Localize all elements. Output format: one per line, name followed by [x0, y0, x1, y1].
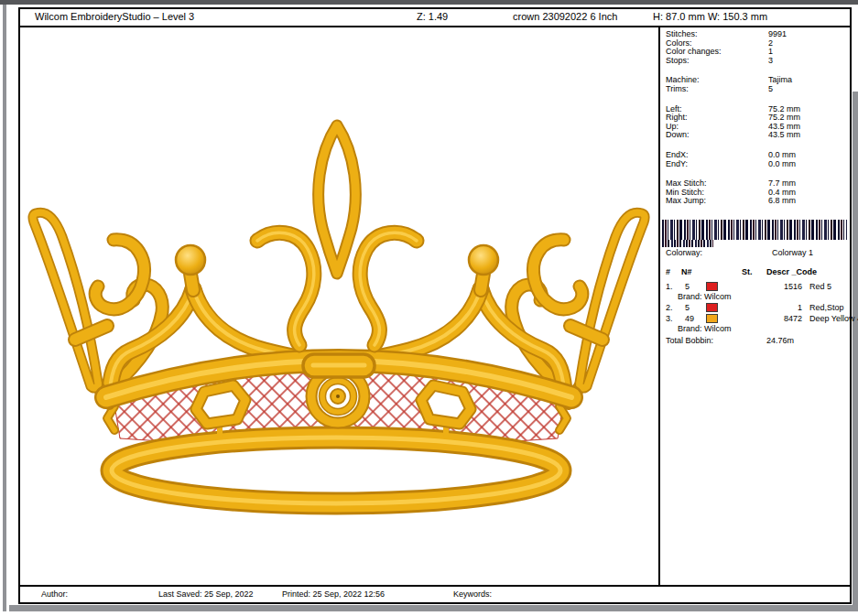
stat-row: Trims:5: [666, 85, 848, 94]
zoom-level: Z: 1.49: [417, 11, 448, 22]
thread-row: 1. 5 1516 Red 5: [660, 282, 850, 292]
colorway-row: Colorway: Colorway 1: [666, 248, 848, 257]
design-info-panel: Stitches:9991 Colors:2 Color changes:1 S…: [658, 27, 850, 587]
design-name: crown 23092022 6 Inch: [513, 11, 617, 22]
stat-row: EndY:0.0 mm: [666, 160, 848, 169]
page-shadow-bottom: [9, 605, 858, 611]
stat-row: Color changes:1: [666, 48, 848, 57]
color-swatch: [706, 314, 718, 323]
stat-row: Left:75.2 mm: [666, 105, 848, 114]
left-orb: [176, 245, 205, 275]
thread-table-header: # N# St. Descr _Code: [660, 267, 850, 277]
design-canvas: [20, 27, 658, 587]
thread-row: 3. 49 8472 Deep Yellow 49: [660, 314, 850, 324]
thread-brand: Brand: Wilcom: [678, 324, 732, 333]
author-label: Author:: [41, 589, 68, 599]
color-swatch: [706, 303, 718, 312]
app-title: Wilcom EmbroideryStudio – Level 3: [35, 11, 194, 22]
window-left-edge: [3, 5, 6, 611]
stat-row: Stops:3: [666, 57, 848, 66]
keywords-label: Keywords:: [453, 589, 492, 599]
right-orb: [469, 245, 498, 275]
crown-embroidery-design: [20, 27, 658, 587]
stitch-stats: Stitches:9991 Colors:2 Color changes:1 S…: [666, 30, 848, 217]
stat-row: Max Jump:6.8 mm: [666, 197, 848, 206]
stat-row: Down:43.5 mm: [666, 131, 848, 140]
stat-row: Stitches:9991: [666, 30, 848, 39]
stat-row: EndX:0.0 mm: [666, 151, 848, 160]
page-shadow-right: [853, 92, 858, 611]
total-bobbin-row: Total Bobbin: 24.76m: [666, 336, 848, 345]
stat-row: Up:43.5 mm: [666, 123, 848, 132]
worksheet-header: Wilcom EmbroideryStudio – Level 3 Z: 1.4…: [20, 9, 850, 27]
design-barcode: [662, 220, 847, 240]
window-top-edge: [0, 0, 858, 5]
stat-row: Right:75.2 mm: [666, 113, 848, 123]
color-swatch: [706, 282, 718, 291]
worksheet-footer: Author: Last Saved: 25 Sep, 2022 Printed…: [20, 585, 850, 602]
design-barcode-tail: [662, 240, 713, 247]
thread-row: 2. 5 1 Red,Stop: [660, 303, 850, 313]
thread-brand: Brand: Wilcom: [678, 292, 732, 301]
last-saved: Last Saved: 25 Sep, 2022: [158, 589, 254, 599]
printed-date: Printed: 25 Sep, 2022 12:56: [282, 589, 385, 599]
print-preview-page: Wilcom EmbroideryStudio – Level 3 Z: 1.4…: [18, 7, 852, 604]
design-dimensions: H: 87.0 mm W: 150.3 mm: [653, 11, 767, 22]
stat-row: Machine:Tajima: [666, 76, 848, 85]
